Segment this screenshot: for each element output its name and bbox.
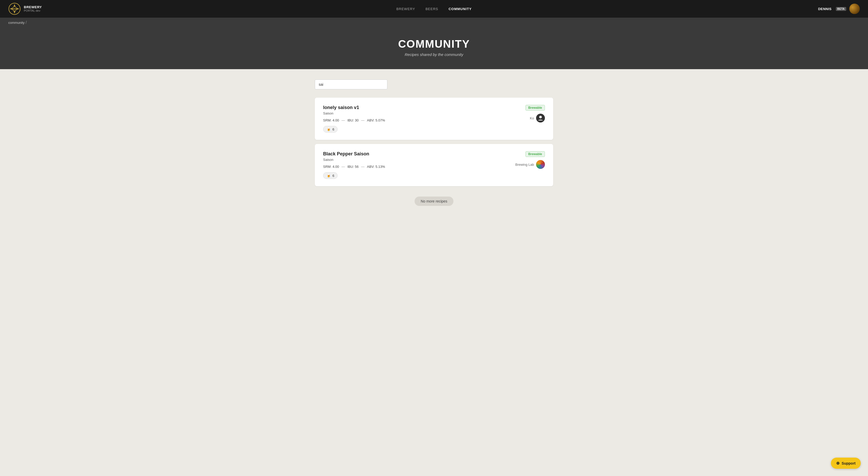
no-more-section: No more recipes	[315, 196, 553, 206]
brew-count-badge-1: 🍺 6	[323, 126, 338, 133]
recipe-left-1: lonely saison v1 Saison SRM: 4.00 — IBU:…	[323, 105, 385, 133]
support-label: Support	[842, 461, 856, 465]
svg-text:MINI: MINI	[13, 8, 17, 10]
brew-icon-1: 🍺	[327, 127, 331, 131]
search-input[interactable]	[315, 80, 388, 89]
nav-brewery[interactable]: BREWERY	[397, 7, 415, 11]
user-section: DENNIS BETA	[818, 4, 860, 14]
no-more-button: No more recipes	[414, 196, 454, 206]
breadcrumb-separator: /	[26, 20, 27, 25]
brew-count-badge-2: 🍺 6	[323, 172, 338, 179]
navbar: MINI BREWERY PORTAL dev BREWERY BEERS CO…	[0, 0, 868, 18]
brewable-badge-2: Brewable	[525, 151, 545, 157]
ibu-value-1: 30	[355, 118, 359, 122]
author-avatar-2	[536, 160, 545, 169]
recipe-left-2: Black Pepper Saison Saison SRM: 4.00 — I…	[323, 151, 385, 179]
beta-badge: BETA	[836, 7, 846, 11]
support-icon: ⊕	[836, 461, 839, 466]
author-name-2: Brewing Lab	[515, 163, 534, 166]
author-name-1: Ko	[530, 116, 534, 120]
abv-value-2: 5.13%	[375, 165, 385, 168]
hero-subtitle: Recipes shared by the community	[5, 52, 863, 57]
recipe-right-2: Brewable Brewing Lab	[515, 151, 545, 169]
recipe-author-2: Brewing Lab	[515, 160, 545, 169]
srm-label-2: SRM:	[323, 165, 333, 168]
user-name: DENNIS	[818, 7, 832, 11]
recipe-card-1[interactable]: lonely saison v1 Saison SRM: 4.00 — IBU:…	[315, 98, 553, 140]
brand-name: BREWERY	[24, 5, 42, 9]
ibu-label-2: IBU:	[347, 165, 355, 168]
search-section	[315, 80, 553, 89]
abv-label-2: ABV:	[367, 165, 375, 168]
main-content: lonely saison v1 Saison SRM: 4.00 — IBU:…	[310, 69, 558, 227]
recipe-card-2[interactable]: Black Pepper Saison Saison SRM: 4.00 — I…	[315, 144, 553, 186]
dash-3: —	[341, 165, 346, 168]
nav-community[interactable]: COMMUNITY	[448, 7, 471, 11]
recipe-name-1: lonely saison v1	[323, 105, 385, 110]
avatar-image	[849, 4, 860, 14]
brew-icon-2: 🍺	[327, 173, 331, 178]
brew-count-value-2: 6	[333, 174, 334, 178]
srm-label-1: SRM:	[323, 118, 333, 122]
support-button[interactable]: ⊕ Support	[831, 457, 861, 469]
srm-value-2: 4.00	[333, 165, 339, 168]
brand-portal: PORTAL dev	[24, 9, 42, 12]
nav-links: BREWERY BEERS COMMUNITY	[397, 7, 472, 11]
dash-4: —	[361, 165, 366, 168]
recipe-stats-1: SRM: 4.00 — IBU: 30 — ABV: 5.07%	[323, 118, 385, 122]
avatar[interactable]	[849, 4, 860, 14]
svg-point-7	[539, 116, 542, 118]
srm-value-1: 4.00	[333, 118, 339, 122]
nav-beers[interactable]: BEERS	[426, 7, 438, 11]
dash-2: —	[361, 118, 366, 122]
breadcrumb-community[interactable]: community	[8, 21, 25, 25]
breadcrumb: community /	[0, 18, 868, 27]
abv-value-1: 5.07%	[375, 118, 385, 122]
recipe-style-1: Saison	[323, 112, 385, 115]
recipe-name-2: Black Pepper Saison	[323, 151, 385, 157]
author-avatar-1	[536, 114, 545, 123]
brand-logo-link[interactable]: MINI BREWERY PORTAL dev	[8, 3, 42, 15]
ibu-label-1: IBU:	[347, 118, 355, 122]
brand-logo-icon: MINI	[8, 3, 21, 15]
hero-section: COMMUNITY Recipes shared by the communit…	[0, 27, 868, 69]
recipe-author-1: Ko	[530, 114, 545, 123]
recipe-right-1: Brewable Ko	[525, 105, 545, 123]
lab-avatar-image	[536, 160, 545, 169]
brew-count-value-1: 6	[333, 127, 334, 131]
recipe-stats-2: SRM: 4.00 — IBU: 56 — ABV: 5.13%	[323, 165, 385, 168]
brewable-badge-1: Brewable	[525, 105, 545, 110]
page-title: COMMUNITY	[5, 38, 863, 50]
ibu-value-2: 56	[355, 165, 359, 168]
recipe-style-2: Saison	[323, 158, 385, 162]
person-icon	[538, 115, 543, 121]
abv-label-1: ABV:	[367, 118, 375, 122]
dash-1: —	[341, 118, 346, 122]
